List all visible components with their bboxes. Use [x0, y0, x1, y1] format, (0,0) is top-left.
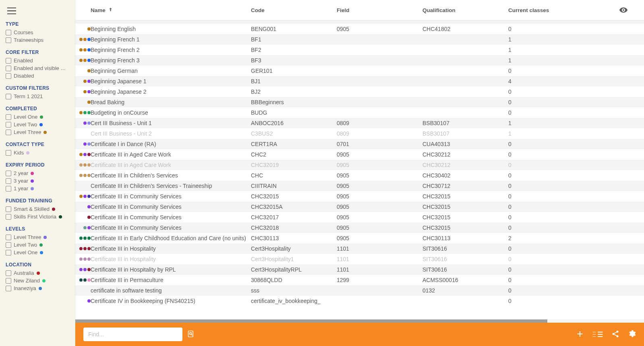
cell-code: GER101: [251, 68, 337, 74]
filter-item[interactable]: 3 year: [6, 177, 75, 185]
menu-icon[interactable]: [6, 6, 75, 21]
filter-checkbox[interactable]: [6, 235, 11, 240]
filter-item[interactable]: Level One: [6, 249, 75, 256]
filter-checkbox[interactable]: [6, 30, 11, 35]
filter-checkbox[interactable]: [6, 171, 11, 176]
filter-checkbox[interactable]: [6, 214, 11, 220]
header-classes[interactable]: Current classes: [508, 7, 549, 13]
filter-checkbox[interactable]: [6, 37, 11, 43]
table-row[interactable]: Budgeting in onCourseBUDG0: [75, 107, 644, 118]
table-row[interactable]: Certificate III in Community ServicesCHC…: [75, 222, 644, 233]
filter-item[interactable]: Level Two: [6, 121, 75, 128]
cell-classes: 0: [508, 141, 573, 147]
tag-dot-icon: [79, 38, 83, 41]
filter-checkbox[interactable]: [6, 122, 11, 128]
table-row[interactable]: Certificate III in Early Childhood Educa…: [75, 233, 644, 243]
table-row[interactable]: Beginning French 2BF21: [75, 45, 644, 55]
filter-checkbox[interactable]: [6, 58, 11, 64]
cell-code: 30868QLDD: [251, 277, 337, 283]
table-row[interactable]: Certificate III in Children's Services -…: [75, 181, 644, 191]
tag-dot-icon: [87, 216, 91, 219]
table-row[interactable]: Certificate III in HospitalityCert3Hospi…: [75, 254, 644, 264]
table-row[interactable]: Certificate III in Community ServicesCHC…: [75, 202, 644, 212]
filter-item[interactable]: Australia: [6, 269, 75, 277]
filter-item[interactable]: Enabled: [6, 57, 75, 64]
header-code[interactable]: Code: [251, 7, 265, 13]
table-row[interactable]: Certificate III in HospitalityCert3Hospi…: [75, 243, 644, 254]
filter-checkbox[interactable]: [6, 150, 11, 156]
filter-item[interactable]: 2 year: [6, 169, 75, 177]
filter-checkbox[interactable]: [6, 94, 11, 99]
filter-item[interactable]: Level Two: [6, 241, 75, 249]
table-row[interactable]: Bread BakingBBBeginners0: [75, 97, 644, 107]
table-row[interactable]: Beginning French 3BF31: [75, 55, 644, 66]
table-row[interactable]: Certificate III in Aged Care WorkCHC2090…: [75, 149, 644, 160]
table-row[interactable]: Certificate III in Community ServicesCHC…: [75, 212, 644, 222]
table-body[interactable]: AttendanceTubPerformanceSourceNTPS0Begin…: [75, 21, 644, 319]
filter-checkbox[interactable]: [6, 130, 11, 135]
table-row[interactable]: Certificate I in Dance (RA)CERT1RA0701CU…: [75, 139, 644, 149]
filter-item[interactable]: Term 1 2021: [6, 93, 75, 100]
svg-point-5: [617, 335, 619, 337]
filter-checkbox[interactable]: [6, 178, 11, 184]
table-row[interactable]: Certificate III in Permaculture30868QLDD…: [75, 275, 644, 285]
table-row[interactable]: Beginning French 1BF11: [75, 34, 644, 45]
table-row[interactable]: Certificate III in Children's ServicesCH…: [75, 170, 644, 181]
table-row[interactable]: Certificate III in Hospitality by RPLCer…: [75, 264, 644, 275]
tag-dot-icon: [83, 90, 87, 93]
filter-item[interactable]: Smart & Skilled: [6, 205, 75, 213]
table-row[interactable]: Cert III Business - Unit 1ANBOC20160809B…: [75, 118, 644, 128]
filter-checkbox[interactable]: [6, 286, 11, 291]
horizontal-scrollbar[interactable]: [75, 319, 644, 323]
table-row[interactable]: Beginning Japanese 1BJ14: [75, 76, 644, 86]
table-row[interactable]: Certificate IV in Bookkeeping (FNS40215)…: [75, 296, 644, 306]
table-row[interactable]: Certificate III in Aged Care WorkCHC3201…: [75, 160, 644, 170]
filter-checkbox[interactable]: [6, 270, 11, 276]
cell-name: AttendanceTubPerformanceSource: [91, 21, 251, 22]
filter-item[interactable]: Courses: [6, 29, 75, 36]
cell-classes: 0: [508, 245, 573, 252]
view-toggle-icon[interactable]: [592, 331, 603, 338]
filter-checkbox[interactable]: [6, 114, 11, 120]
filter-item[interactable]: 1 year: [6, 185, 75, 192]
table-row[interactable]: certificate in software testingsss01320: [75, 285, 644, 296]
filter-item[interactable]: Level Three: [6, 128, 75, 136]
filter-item[interactable]: Enabled and visible on…: [6, 64, 75, 72]
filter-checkbox[interactable]: [6, 278, 11, 284]
search-icon[interactable]: [187, 330, 195, 339]
table-row[interactable]: Beginning EnglishBENG0010905CHC418020: [75, 24, 644, 34]
add-icon[interactable]: [576, 330, 584, 339]
filter-item[interactable]: Inaneziya: [6, 284, 75, 292]
table-row[interactable]: Beginning Japanese 2BJ20: [75, 86, 644, 97]
cell-classes: 1: [508, 57, 573, 64]
tag-dot-icon: [83, 278, 87, 282]
filter-item[interactable]: Kids: [6, 149, 75, 157]
share-icon[interactable]: [611, 330, 619, 339]
table-row[interactable]: Certificate III in Community ServicesCHC…: [75, 191, 644, 202]
table-row[interactable]: Beginning GermanGER1010: [75, 66, 644, 76]
filter-checkbox[interactable]: [6, 73, 11, 79]
filter-item[interactable]: Traineeships: [6, 36, 75, 44]
table-row[interactable]: Cert III Business - Unit 2C3BUS20809BSB3…: [75, 128, 644, 139]
header-name[interactable]: Name: [91, 7, 106, 13]
filter-item[interactable]: Level Three: [6, 233, 75, 241]
cell-field: 0905: [337, 183, 422, 189]
header-qualification[interactable]: Qualification: [422, 7, 456, 13]
tag-dot-icon: [79, 153, 83, 156]
table-row[interactable]: AttendanceTubPerformanceSourceNTPS0: [75, 21, 644, 24]
filter-item[interactable]: Skills First Victoria: [6, 213, 75, 220]
filter-checkbox[interactable]: [6, 250, 11, 255]
header-field[interactable]: Field: [337, 7, 350, 13]
filter-checkbox[interactable]: [6, 186, 11, 192]
filter-item[interactable]: Level One: [6, 113, 75, 121]
sort-arrow-icon[interactable]: [108, 7, 113, 13]
search-input[interactable]: [83, 327, 182, 341]
filter-dot-icon: [31, 172, 34, 175]
filter-checkbox[interactable]: [6, 66, 11, 71]
filter-item[interactable]: Disabled: [6, 72, 75, 80]
visibility-icon[interactable]: [573, 6, 636, 14]
filter-item[interactable]: New Ziland: [6, 277, 75, 284]
filter-checkbox[interactable]: [6, 206, 11, 212]
filter-checkbox[interactable]: [6, 242, 11, 248]
settings-icon[interactable]: [627, 330, 636, 339]
